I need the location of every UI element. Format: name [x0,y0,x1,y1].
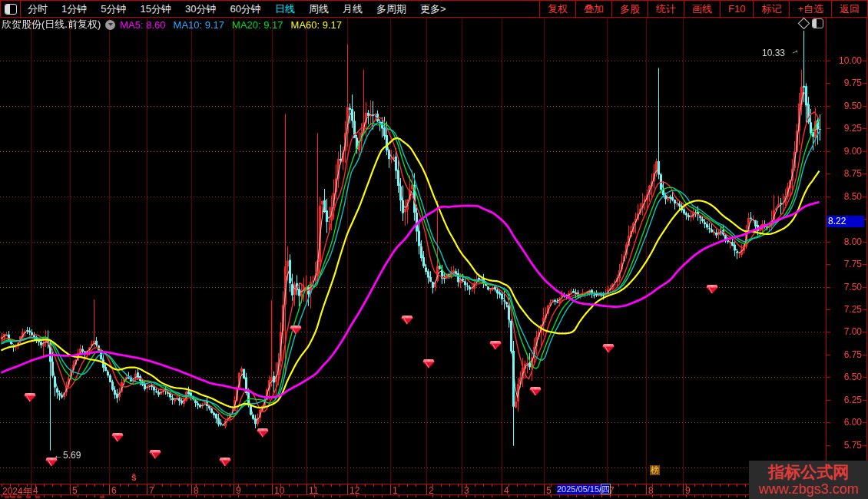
tool-button-叠加[interactable]: 叠加 [576,2,611,16]
tool-button-多股[interactable]: 多股 [612,2,648,16]
chevron-down-icon[interactable] [105,20,115,30]
gem-diamond-icon [706,283,718,293]
gem-diamond-icon [529,385,542,395]
period-tab-更多>[interactable]: 更多> [413,2,453,16]
price-tick-label: 7.25 [828,304,862,315]
high-price-label: 10.33 [762,48,785,58]
period-tab-日线[interactable]: 日线 [268,2,302,16]
period-tab-月线[interactable]: 月线 [336,2,369,16]
month-label: 11 [309,485,318,496]
month-label: 5 [72,485,78,496]
tool-button-F10[interactable]: F10 [721,3,753,15]
month-label: 8 [648,485,654,496]
price-tick-label: 5.75 [828,440,862,451]
selected-date: 2025/05/15/ [557,484,601,494]
low-price-label: ←5.69 [54,450,81,461]
gem-diamond-icon [422,358,435,368]
period-tab-周线[interactable]: 周线 [302,2,336,16]
gem-diamond-icon [489,339,502,349]
gem-diamond-icon [45,456,58,466]
tool-button-+自选[interactable]: +自选 [790,2,831,16]
price-tick-label: 7.00 [828,326,862,337]
gem-diamond-icon [602,342,615,352]
rank-badge: 榜 [650,465,660,475]
month-label: 4 [504,485,509,496]
candlestick-chart[interactable] [0,0,868,499]
period-tab-30分钟[interactable]: 30分钟 [178,2,223,16]
signal-s-marker: ŝ [131,472,137,483]
ma-label: MA20: 9.17 [232,19,283,31]
year-label: 2024年 [2,485,32,498]
month-label: 12 [350,485,359,496]
period-tab-分时[interactable]: 分时 [21,2,55,16]
month-label: 1 [393,485,398,496]
selected-date-badge: 2025/05/15/四 [557,484,608,494]
price-tick-label: 10.00 [828,55,862,66]
month-label: 5 [546,485,552,496]
gem-diamond-icon [290,324,302,334]
month-label: 9 [236,485,241,496]
period-tab-60分钟[interactable]: 60分钟 [223,2,267,16]
ma-label: MA5: 8.60 [120,19,165,31]
month-label: 3 [464,485,469,496]
gem-diamond-icon [111,431,124,441]
month-label: 7 [149,485,154,496]
period-tab-1分钟[interactable]: 1分钟 [55,2,94,16]
instrument-title: 欣贺股份(日线.前复权) [2,18,101,31]
period-menu-items: 分时1分钟5分钟15分钟30分钟60分钟日线周线月线多周期更多> [21,2,452,16]
tdx-stock-app: { "top_bar": { "left_items": [ {"label":… [0,0,868,499]
split-panel-icon[interactable] [812,18,823,28]
tool-button-标记[interactable]: 标记 [754,2,789,16]
price-tick-label: 8.50 [828,191,862,202]
gem-diamond-icon [257,427,269,437]
month-label: 8 [194,485,199,496]
month-label: 4 [33,485,38,496]
layout-panel-icon[interactable] [5,4,17,15]
watermark-title: 指标公式网 [768,463,849,481]
gem-diamond-icon [149,448,161,458]
tool-button-返回[interactable]: 返回 [832,2,867,16]
current-price-badge: 8.22 [827,216,864,227]
price-tick-label: 9.00 [828,146,862,157]
ma-label: MA60: 9.17 [291,19,343,31]
legend-row: 欣贺股份(日线.前复权) MA5: 8.60MA10: 9.17MA20: 9.… [2,18,350,31]
selected-weekday: 四 [601,484,610,494]
period-tab-多周期[interactable]: 多周期 [369,2,413,16]
price-tick-label: 9.75 [828,78,862,88]
month-label: 6 [111,485,117,496]
price-tick-label: 6.00 [828,417,862,428]
price-tick-label: 9.50 [828,101,862,111]
period-tab-5分钟[interactable]: 5分钟 [94,2,133,16]
tool-button-统计[interactable]: 统计 [648,2,684,16]
period-menu: 分时1分钟5分钟15分钟30分钟60分钟日线周线月线多周期更多> [1,1,452,17]
ma-label: MA10: 9.17 [174,19,225,31]
month-label: 10 [274,485,284,496]
price-tick-label: 7.75 [828,259,862,269]
price-tick-label: 7.50 [828,282,862,292]
watermark-url: www.zbgs3.com [758,481,858,497]
price-tick-label: 8.75 [828,168,862,179]
tool-button-画线[interactable]: 画线 [684,2,720,16]
month-label: 2 [429,485,434,496]
month-label: 7 [609,485,615,496]
tool-button-复权[interactable]: 复权 [540,2,575,16]
month-label: 9 [685,485,691,496]
price-tick-label: 6.50 [828,372,862,382]
price-tick-label: 6.25 [828,395,862,405]
period-tab-15分钟[interactable]: 15分钟 [133,2,177,16]
tool-menu: 复权叠加多股统计画线F10标记+自选返回 [539,1,867,17]
price-tick-label: 8.00 [828,236,862,247]
top-menu-bar: 分时1分钟5分钟15分钟30分钟60分钟日线周线月线多周期更多> 复权叠加多股统… [0,0,868,18]
gem-diamond-icon [219,456,231,466]
ma-legend: MA5: 8.60MA10: 9.17MA20: 9.17MA60: 9.17 [120,19,350,31]
gem-diamond-icon [401,314,413,324]
price-tick-label: 6.75 [828,349,862,360]
price-tick-label: 9.25 [828,123,862,134]
gem-diamond-icon [24,392,36,402]
marker-diamond-icon[interactable] [800,19,808,28]
low-price-value: 5.69 [63,450,81,461]
watermark: 指标公式网 www.zbgs3.com [749,461,868,499]
